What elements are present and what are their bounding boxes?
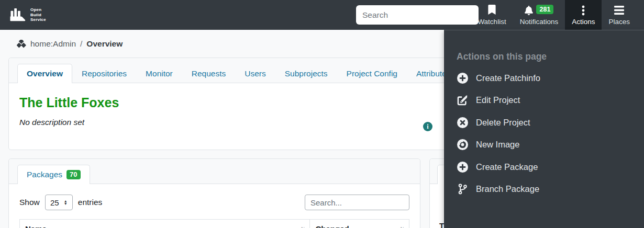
breadcrumb-project-link[interactable]: home:Admin <box>30 39 76 49</box>
actions-label: Actions <box>572 18 595 26</box>
notifications-count-badge: 281 <box>536 5 553 14</box>
tab-project-config[interactable]: Project Config <box>337 64 407 83</box>
watchlist-label: Watchlist <box>478 18 506 26</box>
places-label: Places <box>608 18 630 26</box>
edit-icon <box>457 95 468 106</box>
tab-users[interactable]: Users <box>235 64 275 83</box>
select-arrows-icon: ▲▼ <box>64 200 68 206</box>
actions-dropdown: Actions on this page Create Patchinfo Ed… <box>444 30 644 228</box>
packages-card-header: Packages 70 <box>9 159 420 184</box>
page-size-select[interactable]: 25 ▲▼ <box>45 195 73 210</box>
tab-monitor[interactable]: Monitor <box>136 64 182 83</box>
plus-circle-icon <box>457 161 468 173</box>
column-header-name[interactable]: Name ↑↓ <box>19 219 310 228</box>
compact-disc-icon <box>457 139 468 151</box>
tab-repositories[interactable]: Repositories <box>72 64 136 83</box>
breadcrumb-separator: / <box>80 39 82 49</box>
sort-icon[interactable]: ↑↓ <box>399 224 404 228</box>
actions-button[interactable]: Actions <box>565 0 602 30</box>
navbar-search-input[interactable] <box>356 5 479 25</box>
cubes-icon <box>17 40 26 49</box>
breadcrumb: home:Admin / Overview <box>17 39 123 49</box>
navbar-items: Watchlist 281 Notifications Actions <box>471 0 637 30</box>
page-size-value: 25 <box>50 198 59 207</box>
show-label: Show <box>19 198 40 207</box>
notifications-label: Notifications <box>520 18 559 26</box>
side-card-header-fragment: T <box>439 221 444 228</box>
bars-icon <box>614 6 624 15</box>
breadcrumb-current: Overview <box>86 39 123 49</box>
column-header-changed[interactable]: Changed ↑↓ <box>310 219 409 228</box>
watchlist-button[interactable]: Watchlist <box>471 0 513 30</box>
bell-icon <box>524 6 534 15</box>
packages-table-header: Name ↑↓ Changed ↑↓ <box>19 219 409 228</box>
tab-overview[interactable]: Overview <box>17 64 72 83</box>
info-icon[interactable]: i <box>423 122 432 131</box>
menu-item-create-package[interactable]: Create Package <box>444 156 644 178</box>
packages-tab-label: Packages <box>27 170 62 179</box>
entries-label: entries <box>78 198 103 207</box>
code-branch-icon <box>457 184 468 195</box>
packages-card: Packages 70 Show 25 ▲▼ entries Name ↑↓ C… <box>8 158 420 228</box>
times-circle-icon <box>457 117 468 128</box>
obs-logo[interactable]: Open Build Service <box>8 7 46 23</box>
tab-requests[interactable]: Requests <box>182 64 235 83</box>
packages-count-badge: 70 <box>66 170 80 179</box>
top-navbar: Open Build Service Watchlist 281 Notific… <box>0 0 644 30</box>
obs-factory-icon <box>8 7 27 23</box>
menu-item-create-patchinfo[interactable]: Create Patchinfo <box>444 67 644 89</box>
ellipsis-v-icon <box>582 5 585 16</box>
menu-item-branch-package[interactable]: Branch Package <box>444 178 644 201</box>
actions-dropdown-header: Actions on this page <box>457 51 631 62</box>
packages-search-input[interactable] <box>305 195 409 210</box>
menu-item-delete-project[interactable]: Delete Project <box>444 111 644 134</box>
notifications-button[interactable]: 281 Notifications <box>513 0 565 30</box>
obs-logo-text: Open Build Service <box>30 7 46 22</box>
plus-circle-icon <box>457 72 468 84</box>
tab-packages[interactable]: Packages 70 <box>17 165 90 184</box>
menu-item-edit-project[interactable]: Edit Project <box>444 89 644 112</box>
table-length-controls: Show 25 ▲▼ entries <box>19 195 409 210</box>
menu-item-new-image[interactable]: New Image <box>444 134 644 156</box>
tab-subprojects[interactable]: Subprojects <box>275 64 337 83</box>
sort-icon[interactable]: ↑↓ <box>300 224 304 228</box>
places-button[interactable]: Places <box>602 0 637 30</box>
bookmark-icon <box>488 5 496 15</box>
